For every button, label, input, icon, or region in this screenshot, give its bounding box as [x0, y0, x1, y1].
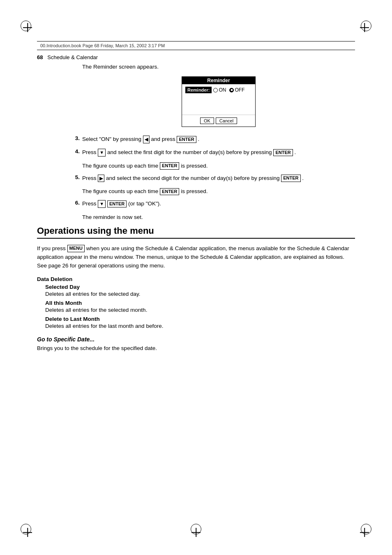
enter-key-4b: ENTER — [160, 162, 179, 169]
on-label: ON — [219, 87, 226, 93]
selected-day-desc: Deletes all entries for the selected day… — [45, 290, 355, 298]
enter-key-5: ENTER — [281, 175, 300, 182]
page-number: 68 — [37, 54, 43, 60]
reminder-spacer — [185, 96, 252, 112]
operations-body: If you press MENU when you are using the… — [37, 244, 355, 270]
step-3-content: Select "ON" by pressing ◀ and press ENTE… — [82, 135, 355, 143]
enter-key-5b: ENTER — [160, 188, 179, 195]
step-6-num: 6. — [37, 200, 82, 206]
step-3-num: 3. — [37, 135, 82, 141]
main-content: The Reminder screen appears. Reminder Re… — [37, 64, 355, 359]
crosshair-tr — [360, 23, 369, 32]
step-4-content: Press ▼ and select the first digit for t… — [82, 148, 355, 157]
reminder-label: Reminder: — [185, 87, 212, 93]
radio-circle-off — [229, 88, 234, 92]
intro-text: The Reminder screen appears. — [82, 64, 355, 70]
goto-desc: Brings you to the schedule for the speci… — [37, 344, 355, 353]
section-label: Schedule & Calendar — [47, 54, 98, 60]
reminder-dialog-container: Reminder Reminder: ON OFF — [82, 76, 355, 127]
left-arrow-key: ◀ — [143, 136, 150, 143]
crosshair-bc — [191, 528, 201, 537]
reminder-dialog-footer: OK Cancel — [182, 115, 255, 127]
ok-button[interactable]: OK — [200, 117, 214, 124]
page-header: 68 Schedule & Calendar — [37, 54, 98, 60]
step-5-num: 5. — [37, 174, 82, 180]
radio-group: ON OFF — [213, 87, 244, 93]
crosshair-bl — [23, 528, 32, 537]
right-arrow-key-5: ▶ — [98, 175, 104, 182]
step-6-sub: The reminder is now set. — [82, 213, 355, 221]
data-deletion-heading: Data Deletion — [37, 276, 355, 282]
reminder-dialog-title: Reminder — [182, 77, 255, 84]
radio-off: OFF — [229, 87, 244, 93]
crosshair-tl — [23, 23, 32, 32]
reminder-dialog-body: Reminder: ON OFF — [182, 84, 255, 115]
file-info-text: 00.Introduction.book Page 68 Friday, Mar… — [40, 43, 165, 48]
step-5-sub: The figure counts up each time ENTER is … — [82, 187, 355, 196]
menu-key: MENU — [67, 245, 85, 252]
file-info-bar: 00.Introduction.book Page 68 Friday, Mar… — [37, 41, 355, 50]
step-6-content: Press ▼ ENTER (or tap "OK"). — [82, 200, 355, 208]
step-4-num: 4. — [37, 148, 82, 154]
enter-key-4: ENTER — [273, 149, 293, 156]
radio-circle-on — [213, 88, 218, 92]
enter-key-3: ENTER — [177, 136, 196, 143]
operations-section-title: Operations using the menu — [37, 226, 355, 239]
step-3: 3. Select "ON" by pressing ◀ and press E… — [37, 135, 355, 143]
down-arrow-key-6: ▼ — [98, 200, 106, 208]
reminder-row: Reminder: ON OFF — [185, 87, 252, 93]
cancel-button[interactable]: Cancel — [216, 117, 237, 124]
all-this-month-label: All this Month — [45, 300, 355, 306]
radio-on: ON — [213, 87, 226, 93]
enter-key-6: ENTER — [107, 200, 127, 207]
off-label: OFF — [235, 87, 244, 93]
crosshair-br — [360, 528, 369, 537]
down-arrow-key-4: ▼ — [98, 149, 106, 157]
delete-last-month-label: Delete to Last Month — [45, 316, 355, 322]
step-5-content: Press ▶ and select the second digit for … — [82, 174, 355, 182]
step-6: 6. Press ▼ ENTER (or tap "OK"). — [37, 200, 355, 208]
step-5: 5. Press ▶ and select the second digit f… — [37, 174, 355, 182]
delete-last-month-desc: Deletes all entries for the last month a… — [45, 322, 355, 330]
all-this-month-desc: Deletes all entries for the selected mon… — [45, 306, 355, 314]
goto-heading: Go to Specific Date... — [37, 336, 355, 343]
reminder-dialog: Reminder Reminder: ON OFF — [182, 76, 256, 127]
step-4: 4. Press ▼ and select the first digit fo… — [37, 148, 355, 157]
selected-day-label: Selected Day — [45, 284, 355, 290]
step-4-sub: The figure counts up each time ENTER is … — [82, 162, 355, 170]
